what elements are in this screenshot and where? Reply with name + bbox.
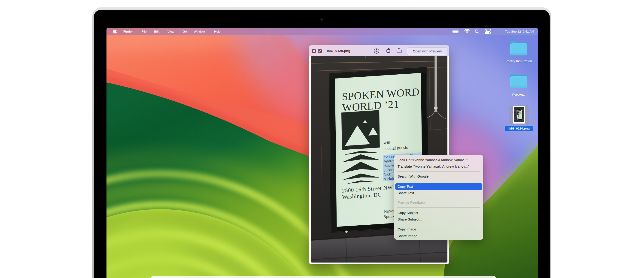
svg-text:with: with [384, 140, 392, 145]
